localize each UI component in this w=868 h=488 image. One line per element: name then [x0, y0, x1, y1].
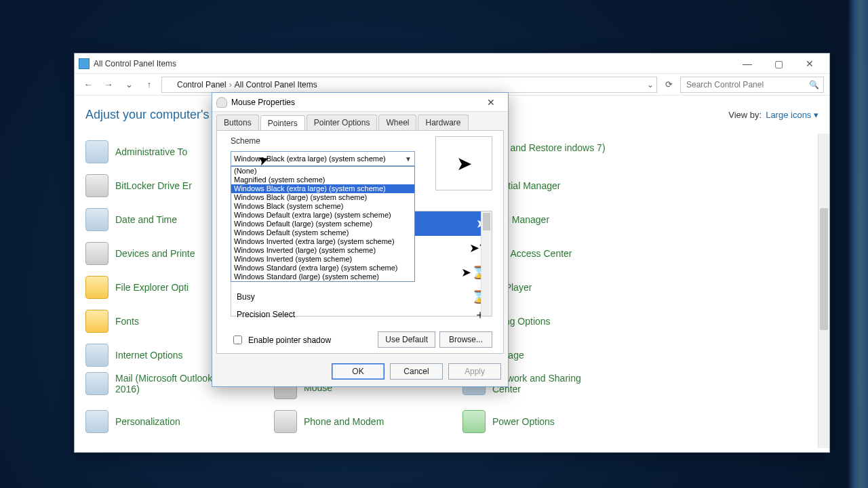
dialog-close-button[interactable]: ✕	[478, 94, 504, 110]
mail-icon	[85, 372, 108, 395]
scheme-option[interactable]: Windows Black (extra large) (system sche…	[231, 184, 414, 193]
list-item[interactable]: Precision Select＋	[231, 309, 492, 320]
maximize-button[interactable]: ▢	[763, 54, 794, 73]
use-default-button[interactable]: Use Default	[378, 331, 435, 348]
cp-item[interactable]: File Explorer Opti	[85, 276, 189, 299]
control-panel-icon	[79, 58, 90, 69]
close-button[interactable]: ✕	[794, 54, 825, 73]
cp-item[interactable]: Internet Options	[85, 344, 183, 367]
cp-item[interactable]: Power Options	[462, 410, 555, 433]
list-item[interactable]: Busy⌛	[231, 285, 492, 309]
scheme-option[interactable]: Windows Default (large) (system scheme)	[231, 220, 414, 228]
cp-item[interactable]: Date and Time	[85, 208, 177, 231]
scheme-option[interactable]: Windows Default (extra large) (system sc…	[231, 211, 414, 220]
folder-options-icon	[85, 276, 108, 299]
nav-recent-button[interactable]: ⌄	[121, 77, 137, 93]
scheme-option[interactable]: (None)	[231, 167, 414, 176]
devices-icon	[85, 242, 108, 265]
scheme-dropdown-list[interactable]: (None) Magnified (system scheme) Windows…	[231, 166, 415, 282]
chevron-down-icon[interactable]: ⌄	[647, 80, 654, 89]
breadcrumb[interactable]: Control Panel › All Control Panel Items …	[161, 77, 657, 93]
scheme-option[interactable]: Windows Inverted (large) (system scheme)	[231, 246, 414, 255]
view-by-dropdown[interactable]: Large icons ▾	[766, 110, 818, 120]
tab-pointer-options[interactable]: Pointer Options	[307, 115, 378, 130]
tab-body-pointers: Scheme Windows Black (extra large) (syst…	[216, 130, 504, 354]
chevron-right-icon: ›	[229, 80, 232, 89]
scheme-combobox[interactable]: Windows Black (extra large) (system sche…	[231, 151, 415, 166]
pointer-shadow-label: Enable pointer shadow	[248, 336, 331, 345]
mouse-icon	[216, 97, 227, 108]
tab-buttons[interactable]: Buttons	[216, 115, 259, 130]
chevron-down-icon: ▼	[405, 155, 412, 163]
cancel-button[interactable]: Cancel	[390, 363, 443, 380]
scheme-option[interactable]: Windows Standard (extra large) (system s…	[231, 264, 414, 272]
tab-strip: Buttons Pointers Pointer Options Wheel H…	[212, 112, 508, 130]
fonts-icon	[85, 310, 108, 333]
nav-back-button[interactable]: ←	[80, 77, 96, 93]
tab-hardware[interactable]: Hardware	[418, 115, 468, 130]
nav-forward-button[interactable]: →	[100, 77, 117, 93]
dialog-button-row: OK Cancel Apply	[212, 358, 508, 386]
tab-wheel[interactable]: Wheel	[378, 115, 416, 130]
arrow-cursor-icon: ➤	[456, 152, 472, 175]
phone-modem-icon	[274, 410, 297, 433]
admin-tools-icon	[85, 140, 108, 163]
window-titlebar[interactable]: All Control Panel Items — ▢ ✕	[75, 54, 829, 74]
cp-item[interactable]: Phone and Modem	[274, 410, 384, 433]
tab-pointers[interactable]: Pointers	[260, 115, 305, 131]
scheme-label: Scheme	[231, 136, 260, 146]
explorer-scrollbar[interactable]	[818, 134, 829, 448]
date-time-icon	[85, 208, 108, 231]
breadcrumb-1[interactable]: All Control Panel Items	[235, 80, 317, 89]
pointer-preview: ➤	[435, 136, 492, 190]
search-box[interactable]: 🔍	[680, 77, 824, 93]
dialog-titlebar[interactable]: Mouse Properties ✕	[212, 93, 508, 112]
ok-button[interactable]: OK	[332, 363, 384, 380]
pointer-shadow-checkbox[interactable]	[233, 336, 242, 344]
cp-item[interactable]: Fonts	[85, 310, 139, 333]
refresh-button[interactable]: ⟳	[661, 77, 676, 92]
scheme-option[interactable]: Magnified (system scheme)	[231, 176, 414, 184]
bitlocker-icon	[85, 174, 108, 197]
list-scrollbar[interactable]	[481, 211, 492, 316]
cp-item[interactable]: Devices and Printe	[85, 242, 195, 265]
minimize-button[interactable]: —	[732, 54, 763, 73]
personalization-icon	[85, 410, 108, 433]
page-heading: Adjust your computer's s	[85, 108, 219, 122]
scrollbar-thumb[interactable]	[820, 208, 828, 330]
apply-button[interactable]: Apply	[448, 363, 501, 380]
internet-options-icon	[85, 344, 108, 367]
breadcrumb-icon	[165, 80, 174, 89]
desktop-accent	[848, 0, 868, 488]
pointer-shadow-row: Enable pointer shadow	[231, 333, 331, 346]
breadcrumb-0[interactable]: Control Panel	[177, 80, 226, 89]
dialog-title: Mouse Properties	[231, 98, 295, 107]
window-title: All Control Panel Items	[94, 59, 176, 68]
scheme-option[interactable]: Windows Default (system scheme)	[231, 228, 414, 237]
nav-up-button[interactable]: ↑	[141, 77, 157, 93]
scheme-option[interactable]: Windows Inverted (system scheme)	[231, 255, 414, 264]
scheme-option[interactable]: Windows Inverted (extra large) (system s…	[231, 237, 414, 246]
scheme-option[interactable]: Windows Black (system scheme)	[231, 202, 414, 211]
browse-button[interactable]: Browse...	[439, 331, 492, 348]
search-icon: 🔍	[809, 80, 819, 89]
search-input[interactable]	[685, 79, 805, 90]
view-by-label: View by:	[728, 110, 762, 120]
cp-item[interactable]: BitLocker Drive Er	[85, 174, 192, 197]
scheme-option[interactable]: Windows Standard (large) (system scheme)	[231, 272, 414, 281]
scheme-selected-value: Windows Black (extra large) (system sche…	[234, 155, 386, 163]
scrollbar-thumb[interactable]	[483, 213, 490, 230]
power-options-icon	[462, 410, 486, 433]
cp-item[interactable]: Personalization	[85, 410, 180, 433]
mouse-properties-dialog: Mouse Properties ✕ Buttons Pointers Poin…	[212, 92, 509, 387]
cp-item[interactable]: Mail (Microsoft Outlook 2016)	[85, 372, 231, 395]
cp-item[interactable]: Administrative To	[85, 140, 187, 163]
scheme-option[interactable]: Windows Black (large) (system scheme)	[231, 193, 414, 202]
